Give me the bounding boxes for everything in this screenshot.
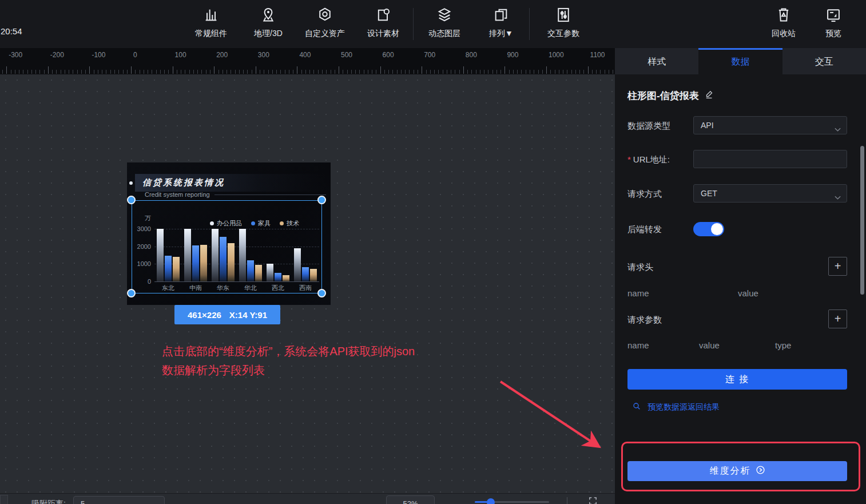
ruler-tick [471, 70, 472, 74]
ruler-tick [521, 70, 522, 74]
ruler-tick [276, 70, 277, 74]
ruler-tick [496, 70, 497, 74]
ruler-tick [69, 70, 69, 74]
edit-icon[interactable] [704, 89, 714, 102]
snap-distance-input[interactable] [73, 496, 165, 504]
ruler-tick [613, 70, 613, 74]
zoom-percentage[interactable]: 52% [386, 495, 435, 504]
tab-style[interactable]: 样式 [615, 48, 698, 74]
toolbar-item-arrange[interactable]: 排列▼ [474, 7, 529, 39]
ruler-tick [272, 70, 273, 74]
toolbar-item-label: 设计素材 [356, 29, 411, 39]
request-headers-label: 请求头 [627, 262, 653, 273]
toolbar-item-interaction-params[interactable]: 交互参数 [536, 7, 591, 39]
resize-handle-top-left[interactable] [127, 196, 136, 204]
panel-scrollbar[interactable] [860, 146, 864, 295]
ruler-tick [434, 70, 435, 74]
ruler-tick [571, 70, 572, 74]
bottom-left-box[interactable] [0, 495, 8, 504]
ruler-tick [61, 70, 61, 74]
ruler-tick [48, 66, 49, 74]
connect-button[interactable]: 连 接 [627, 369, 847, 390]
toolbar-item-recycle-bin[interactable]: 回收站 [756, 7, 811, 39]
chevron-down-icon [834, 190, 841, 207]
ruler-tick [102, 70, 102, 74]
ruler-tick [504, 66, 505, 74]
ruler-tick [592, 70, 593, 74]
ruler-tick [426, 70, 427, 74]
ruler-tick [517, 70, 518, 74]
resize-handle-bottom-left[interactable] [127, 289, 136, 297]
component-name-row: 柱形图-信贷报表 [627, 89, 714, 102]
ruler-tick [6, 66, 7, 74]
toolbar-item-label: 动态图层 [417, 29, 472, 39]
ruler-label: 1000 [549, 51, 564, 59]
zoom-slider-handle[interactable] [487, 498, 495, 504]
chart-component[interactable]: 信贷系统报表情况 Credit system reporting 万010002… [127, 162, 331, 305]
resize-handle-top-right[interactable] [317, 196, 326, 204]
ruler-tick [326, 70, 327, 74]
url-label-text: URL地址: [633, 154, 670, 164]
datasource-type-select[interactable]: API [693, 116, 847, 134]
ruler-tick [492, 70, 493, 74]
preview-datasource-link[interactable]: 预览数据源返回结果 [632, 402, 720, 412]
design-canvas[interactable]: 信贷系统报表情况 Credit system reporting 万010002… [0, 74, 615, 493]
tab-data[interactable]: 数据 [698, 48, 782, 74]
ruler-tick [484, 70, 484, 74]
selection-position: X:14 Y:91 [229, 310, 267, 320]
ruler-tick [89, 66, 90, 74]
request-params-label: 请求参数 [627, 315, 662, 326]
toolbar-item-custom-assets[interactable]: 自定义资产 [297, 7, 352, 39]
add-request-param-button[interactable]: + [828, 309, 847, 328]
backend-forward-toggle[interactable] [693, 222, 724, 236]
ruler-tick [2, 70, 3, 74]
resize-handle-bottom-right[interactable] [317, 289, 326, 297]
ruler-tick [23, 70, 23, 74]
toolbar-item-design-materials[interactable]: 设计素材 [356, 7, 411, 39]
ruler-tick [331, 70, 331, 74]
toolbar-item-regular-components[interactable]: 常规组件 [184, 7, 239, 39]
data-settings-panel: 柱形图-信贷报表 数据源类型 API *URL地址: 请求方式 GET 后端转发 [615, 74, 866, 504]
toolbar-item-dynamic-layers[interactable]: 动态图层 [417, 7, 472, 39]
dimension-analysis-button[interactable]: 维度分析 [627, 461, 847, 481]
trash-icon [756, 7, 811, 26]
zoom-slider-track[interactable] [475, 501, 549, 503]
ruler-tick [94, 70, 94, 74]
ruler-tick [173, 66, 173, 74]
ruler-tick [110, 70, 111, 74]
selection-rectangle [132, 200, 322, 293]
ruler-tick [422, 66, 422, 74]
fullscreen-icon[interactable] [588, 496, 598, 504]
ruler-tick [372, 70, 372, 74]
ruler-label: 300 [258, 51, 269, 59]
ruler-tick [488, 70, 488, 74]
ruler-tick [289, 70, 289, 74]
column-header-type: type [775, 340, 791, 350]
column-header-name: name [627, 340, 649, 350]
ruler-label: 700 [424, 51, 435, 59]
toolbar-item-preview[interactable]: 预览 [806, 7, 861, 39]
connect-button-label: 连 接 [725, 374, 749, 386]
map-pin-icon [241, 7, 296, 26]
request-method-label: 请求方式 [627, 189, 662, 200]
tab-interaction[interactable]: 交互 [782, 48, 866, 74]
add-request-header-button[interactable]: + [828, 257, 847, 276]
ruler-tick [106, 70, 106, 74]
ruler-tick [309, 70, 310, 74]
url-input[interactable] [693, 150, 847, 168]
ruler-tick [418, 70, 418, 74]
chevron-down-icon [834, 122, 841, 139]
toolbar-item-label: 常规组件 [184, 29, 239, 39]
request-method-select[interactable]: GET [693, 184, 847, 203]
ruler-tick [313, 70, 314, 74]
toolbar-item-label: 交互参数 [536, 29, 591, 39]
toolbar-separator [529, 8, 530, 40]
app-root: 20:54 常规组件地理/3D自定义资产设计素材动态图层排列▼交互参数回收站预览… [0, 0, 866, 504]
ruler-tick [19, 70, 19, 74]
ruler-tick [197, 70, 198, 74]
ruler-tick [322, 70, 323, 74]
toolbar-item-geo-3d[interactable]: 地理/3D [241, 7, 296, 39]
ruler-tick [480, 70, 480, 74]
ruler-tick [214, 66, 214, 74]
ruler-tick [210, 70, 210, 74]
